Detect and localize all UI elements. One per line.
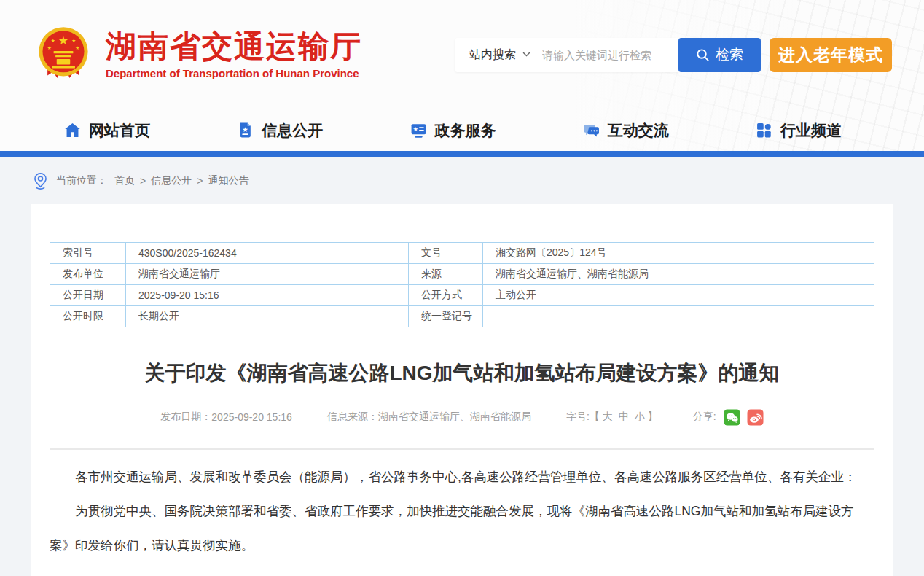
breadcrumb-label: 当前位置：	[56, 174, 107, 187]
table-row: 公开日期 2025-09-20 15:16 公开方式 主动公开	[50, 285, 874, 306]
nav-item-gov-services[interactable]: ★ 政务服务	[410, 120, 496, 141]
breadcrumb-home[interactable]: 首页	[114, 174, 135, 187]
site-header: ★ ★ ★ ★ ★ 湖南省交通运输厅 Department of Transpo…	[0, 0, 924, 157]
page-title: 关于印发《湖南省高速公路LNG加气站和加氢站布局建设方案》的通知	[57, 359, 867, 387]
meta-label-registration-no: 统一登记号	[409, 306, 483, 327]
table-row: 公开时限 长期公开 统一登记号	[50, 306, 874, 327]
publish-date-value: 2025-09-20 15:16	[211, 411, 292, 423]
share-label: 分享:	[693, 410, 716, 424]
nav-item-industry-channel[interactable]: 行业频道	[756, 120, 842, 141]
search-box: 站内搜索	[455, 38, 678, 72]
meta-label-open-mode: 公开方式	[409, 285, 483, 306]
svg-text:★: ★	[51, 38, 55, 43]
font-size-control: 字号: 【 大 中 小 】	[566, 410, 658, 424]
nav-item-interaction[interactable]: 互动交流	[583, 120, 669, 141]
svg-text:★: ★	[243, 125, 248, 133]
meta-value-publisher: 湖南省交通运输厅	[126, 264, 409, 285]
grid-blocks-icon	[756, 122, 772, 139]
info-source-label: 信息来源：	[327, 410, 378, 424]
wechat-share-icon[interactable]	[724, 409, 740, 426]
svg-text:★: ★	[412, 125, 418, 133]
font-size-large[interactable]: 大	[603, 410, 613, 424]
weibo-share-icon[interactable]	[747, 409, 764, 426]
header-actions: 站内搜索 检索 进入老年模式	[455, 38, 892, 72]
main-nav: 网站首页 ★ 信息公开 ★ 政务服务	[0, 109, 924, 151]
search-input[interactable]	[541, 48, 678, 62]
brand-text: 湖南省交通运输厅 Department of Transportation of…	[106, 30, 362, 79]
elder-mode-button[interactable]: 进入老年模式	[770, 38, 892, 72]
document-meta-table: 索引号 430S00/2025-162434 文号 湘交路网〔2025〕124号…	[50, 242, 874, 327]
font-size-label: 字号:	[566, 410, 590, 424]
search-button-label: 检索	[716, 45, 743, 64]
font-size-bracket: 】	[648, 410, 658, 424]
article-card: 索引号 430S00/2025-162434 文号 湘交路网〔2025〕124号…	[31, 204, 893, 576]
table-row: 发布单位 湖南省交通运输厅 来源 湖南省交通运输厅、湖南省能源局	[50, 264, 874, 285]
search-scope-dropdown[interactable]: 站内搜索	[469, 47, 530, 63]
meta-value-index-no: 430S00/2025-162434	[126, 243, 409, 264]
share-icons	[724, 409, 764, 426]
service-monitor-icon: ★	[410, 122, 427, 139]
font-size-bracket: 【	[590, 410, 600, 424]
nav-item-info-disclosure[interactable]: ★ 信息公开	[237, 120, 323, 141]
nav-item-label: 政务服务	[435, 120, 496, 141]
publish-date: 发布日期： 2025-09-20 15:16	[160, 410, 292, 424]
meta-label-doc-no: 文号	[409, 243, 483, 264]
breadcrumb: 当前位置： 首页 > 信息公开 > 通知公告	[0, 157, 924, 189]
breadcrumb-separator: >	[140, 175, 146, 187]
table-row: 索引号 430S00/2025-162434 文号 湘交路网〔2025〕124号	[50, 243, 874, 264]
info-source-value: 湖南省交通运输厅、湖南省能源局	[378, 410, 531, 424]
meta-label-source: 来源	[409, 264, 483, 285]
site-title: 湖南省交通运输厅	[106, 30, 362, 63]
brand[interactable]: ★ ★ ★ ★ ★ 湖南省交通运输厅 Department of Transpo…	[33, 24, 362, 85]
header-top: ★ ★ ★ ★ ★ 湖南省交通运输厅 Department of Transpo…	[0, 0, 924, 109]
nav-item-home[interactable]: 网站首页	[64, 120, 150, 141]
meta-value-publish-date: 2025-09-20 15:16	[126, 285, 409, 306]
location-pin-icon	[33, 172, 48, 190]
meta-label-index-no: 索引号	[50, 243, 126, 264]
meta-value-doc-no: 湘交路网〔2025〕124号	[483, 243, 874, 264]
article-body: 各市州交通运输局、发展和改革委员会（能源局），省公路事务中心,各高速公路经营管理…	[50, 460, 874, 563]
search-icon	[696, 48, 710, 62]
info-source: 信息来源： 湖南省交通运输厅、湖南省能源局	[327, 410, 531, 424]
publish-info-row: 发布日期： 2025-09-20 15:16 信息来源： 湖南省交通运输厅、湖南…	[50, 409, 874, 426]
article-paragraph: 各市州交通运输局、发展和改革委员会（能源局），省公路事务中心,各高速公路经营管理…	[50, 460, 874, 494]
breadcrumb-notices[interactable]: 通知公告	[208, 174, 248, 187]
document-icon: ★	[237, 122, 254, 139]
meta-value-open-mode: 主动公开	[483, 285, 874, 306]
svg-text:★: ★	[58, 34, 68, 47]
meta-label-publisher: 发布单位	[50, 264, 126, 285]
nav-item-label: 信息公开	[262, 120, 323, 141]
nav-item-label: 行业频道	[780, 120, 842, 141]
svg-text:★: ★	[47, 45, 52, 50]
home-icon	[64, 122, 81, 139]
nav-item-label: 网站首页	[89, 120, 150, 141]
share-control: 分享:	[693, 409, 764, 426]
breadcrumb-separator: >	[197, 175, 203, 187]
nav-item-label: 互动交流	[608, 120, 669, 141]
font-size-small[interactable]: 小	[635, 410, 645, 424]
svg-text:★: ★	[75, 45, 79, 50]
site-subtitle: Department of Transportation of Hunan Pr…	[106, 67, 362, 79]
meta-value-open-term: 长期公开	[126, 306, 409, 327]
article-paragraph: 为贯彻党中央、国务院决策部署和省委、省政府工作要求，加快推进交能融合发展，现将《…	[50, 494, 874, 563]
font-size-medium[interactable]: 中	[619, 410, 629, 424]
svg-text:★: ★	[71, 38, 76, 43]
meta-label-publish-date: 公开日期	[50, 285, 126, 306]
chat-bubbles-icon	[583, 122, 600, 139]
meta-value-source: 湖南省交通运输厅、湖南省能源局	[483, 264, 874, 285]
national-emblem-icon: ★ ★ ★ ★ ★	[33, 24, 94, 85]
chevron-down-icon	[522, 52, 530, 58]
content-divider	[50, 448, 874, 450]
search-scope-label: 站内搜索	[469, 47, 516, 63]
meta-value-registration-no	[483, 306, 874, 327]
search-button[interactable]: 检索	[678, 38, 761, 72]
publish-date-label: 发布日期：	[160, 410, 211, 424]
meta-label-open-term: 公开时限	[50, 306, 126, 327]
breadcrumb-info-disclosure[interactable]: 信息公开	[151, 174, 192, 187]
nav-accent-bar	[0, 151, 924, 157]
